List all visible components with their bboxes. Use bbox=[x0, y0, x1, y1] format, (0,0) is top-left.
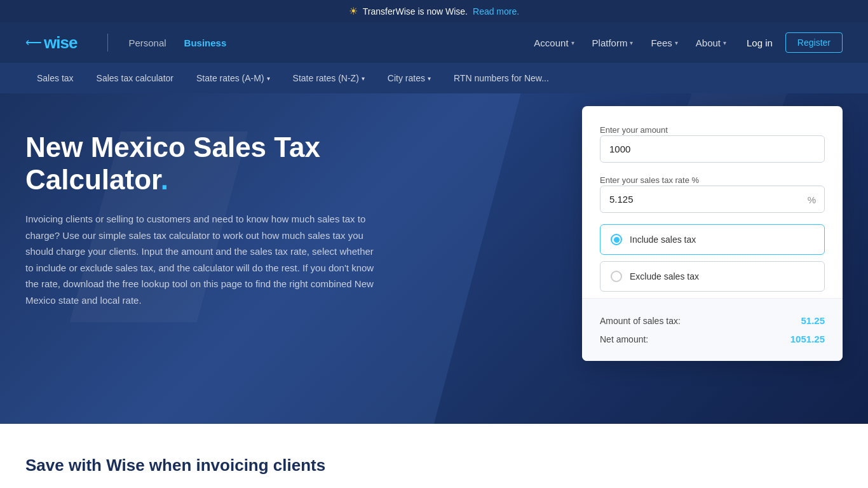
chevron-down-icon: ▾ bbox=[267, 75, 270, 82]
logo-arrow-icon: ⟵ bbox=[25, 36, 42, 50]
nav-left-links: Personal Business bbox=[119, 37, 235, 48]
chevron-down-icon: ▾ bbox=[571, 39, 574, 46]
amount-label: Enter your amount bbox=[600, 125, 668, 135]
announcement-link[interactable]: Read more. bbox=[473, 6, 519, 17]
amount-input[interactable] bbox=[600, 135, 825, 163]
logo[interactable]: ⟵ wise bbox=[25, 33, 77, 53]
net-amount-value: 1051.25 bbox=[790, 334, 825, 344]
title-dot: . bbox=[161, 164, 168, 195]
net-amount-row: Net amount: 1051.25 bbox=[600, 330, 825, 348]
subnav-rtn-numbers[interactable]: RTN numbers for New... bbox=[442, 63, 560, 93]
include-sales-tax-option[interactable]: Include sales tax bbox=[600, 224, 825, 255]
chevron-down-icon: ▾ bbox=[428, 75, 431, 82]
subnav-sales-tax-calculator[interactable]: Sales tax calculator bbox=[85, 63, 185, 93]
exclude-sales-tax-label: Exclude sales tax bbox=[630, 271, 699, 281]
subnav-sales-tax[interactable]: Sales tax bbox=[25, 63, 85, 93]
register-button[interactable]: Register bbox=[785, 32, 843, 53]
announcement-bar: ☀ TransferWise is now Wise. Read more. bbox=[0, 0, 868, 22]
chevron-down-icon: ▾ bbox=[630, 39, 633, 46]
nav-link-personal[interactable]: Personal bbox=[119, 37, 175, 48]
percent-sign: % bbox=[808, 194, 816, 205]
exclude-sales-tax-option[interactable]: Exclude sales tax bbox=[600, 261, 825, 292]
include-sales-tax-label: Include sales tax bbox=[630, 234, 696, 245]
logo-text: wise bbox=[44, 33, 77, 53]
subnav-state-rates-am[interactable]: State rates (A-M) ▾ bbox=[185, 63, 281, 93]
chevron-down-icon: ▾ bbox=[362, 75, 365, 82]
save-section-title: Save with Wise when invoicing clients bbox=[25, 456, 843, 475]
tax-amount-label: Amount of sales tax: bbox=[600, 316, 681, 326]
calculator-results: Amount of sales tax: 51.25 Net amount: 1… bbox=[582, 298, 843, 361]
calculator-card: Enter your amount Enter your sales tax r… bbox=[582, 106, 843, 361]
nav-link-account[interactable]: Account ▾ bbox=[526, 37, 581, 48]
nav-link-about[interactable]: About ▾ bbox=[688, 37, 734, 48]
nav-link-business[interactable]: Business bbox=[175, 37, 236, 48]
net-amount-label: Net amount: bbox=[600, 334, 648, 344]
page-title: New Mexico Sales Tax Calculator. bbox=[25, 132, 458, 196]
rate-label: Enter your sales tax rate % bbox=[600, 175, 699, 185]
tax-amount-row: Amount of sales tax: 51.25 bbox=[600, 311, 825, 330]
nav-link-fees[interactable]: Fees ▾ bbox=[643, 37, 685, 48]
include-radio-button[interactable] bbox=[611, 234, 622, 245]
hero-description: Invoicing clients or selling to customer… bbox=[25, 211, 381, 308]
rate-input[interactable] bbox=[600, 186, 825, 213]
chevron-down-icon: ▾ bbox=[723, 39, 726, 46]
nav-link-platform[interactable]: Platform ▾ bbox=[585, 37, 641, 48]
hero-content: New Mexico Sales Tax Calculator. Invoici… bbox=[25, 132, 458, 308]
sun-icon: ☀ bbox=[349, 5, 358, 17]
chevron-down-icon: ▾ bbox=[675, 39, 678, 46]
sub-nav: Sales tax Sales tax calculator State rat… bbox=[0, 63, 868, 93]
main-nav: ⟵ wise Personal Business Account ▾ Platf… bbox=[0, 22, 868, 63]
nav-divider bbox=[107, 34, 108, 51]
rate-input-row: % bbox=[600, 186, 825, 213]
subnav-city-rates[interactable]: City rates ▾ bbox=[376, 63, 442, 93]
nav-right-links: Account ▾ Platform ▾ Fees ▾ About ▾ Log … bbox=[526, 32, 843, 53]
hero-section: New Mexico Sales Tax Calculator. Invoici… bbox=[0, 93, 868, 424]
subnav-state-rates-nz[interactable]: State rates (N-Z) ▾ bbox=[281, 63, 376, 93]
save-section: Save with Wise when invoicing clients bbox=[0, 424, 868, 488]
announcement-text: TransferWise is now Wise. bbox=[363, 6, 468, 17]
tax-amount-value: 51.25 bbox=[801, 315, 825, 326]
exclude-radio-button[interactable] bbox=[611, 271, 622, 282]
login-link[interactable]: Log in bbox=[736, 37, 783, 48]
